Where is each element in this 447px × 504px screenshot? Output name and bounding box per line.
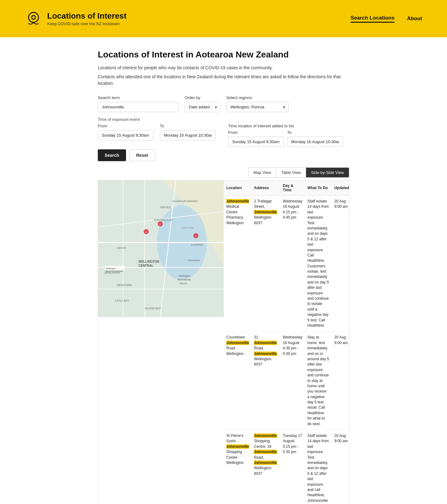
location-highlight-3: Johnsonville	[226, 444, 249, 449]
map-panel: KHANDALLAH KARORI WELLINGTON CENTRAL ZEA…	[98, 180, 224, 317]
table-row: St Pierre's Sushi Johnsonville Shopping …	[224, 430, 349, 504]
svg-text:PIPITEA: PIPITEA	[160, 206, 171, 209]
svg-text:Wellington: Wellington	[106, 267, 116, 270]
location-highlight-2: Johnsonville	[226, 341, 249, 345]
exposure-to-label: To	[160, 124, 216, 128]
cell-updated-3: 20 Aug 9:00 am	[332, 430, 349, 504]
svg-text:3: 3	[195, 235, 196, 238]
site-subtitle: Keep COVID-safe over the NZ lockdown	[47, 21, 127, 26]
address-highlight-1: Johnsonville	[254, 210, 277, 214]
search-term-group: Search term	[98, 95, 178, 112]
added-to-input[interactable]	[287, 137, 343, 147]
cell-address-2: 31 Johnsonville Road, Johnsonville, Well…	[251, 332, 280, 430]
added-dates-row: From To	[228, 130, 343, 147]
svg-text:Evans Bay: Evans Bay	[182, 226, 194, 229]
exposure-from-label: From	[98, 124, 154, 128]
site-title: Locations of Interest	[47, 11, 127, 21]
page-desc-1: Locations of interest for people who may…	[98, 65, 349, 71]
added-from-subgroup: From	[228, 130, 284, 147]
added-from-label: From	[228, 130, 284, 135]
exposure-from-input[interactable]	[98, 130, 154, 140]
order-by-select[interactable]: Date added	[185, 102, 220, 112]
nav-about[interactable]: About	[407, 16, 422, 22]
page-desc-2: Contacts who attended one of the locatio…	[98, 74, 349, 87]
select-regions-wrapper: Wellington, Porirua	[226, 102, 288, 112]
select-regions-select[interactable]: Wellington, Porirua	[226, 102, 288, 112]
col-location: Location	[224, 180, 251, 196]
svg-text:ISLAND BAY: ISLAND BAY	[145, 307, 161, 310]
search-form: Search term Order by Date added Select r…	[98, 95, 349, 161]
exposure-to-input[interactable]	[160, 130, 216, 140]
address-highlight-2b: Johnsonville	[254, 352, 277, 356]
cell-whattodo-2: Stay at home, test immediately and on or…	[305, 332, 332, 430]
brand: Locations of Interest Keep COVID-safe ov…	[25, 10, 127, 27]
search-term-input[interactable]	[98, 102, 178, 112]
svg-text:KILBIRNIE: KILBIRNIE	[191, 243, 203, 246]
cell-daytime-1: Wednesday 18 August 4:15 pm - 4:45 pm	[280, 196, 305, 332]
search-button[interactable]: Search	[98, 149, 126, 161]
address-highlight-3a: Johnsonville	[254, 434, 277, 438]
svg-text:KHANDALLAH: KHANDALLAH	[154, 218, 173, 221]
svg-text:WELLINGTON: WELLINGTON	[138, 260, 159, 263]
exposure-dates-row: From To Time location of interest added …	[98, 124, 349, 147]
main-content: Locations of Interest in Aotearoa New Ze…	[92, 37, 355, 504]
col-what-to-do: What To Do	[305, 180, 332, 196]
cell-location-2: Countdown Johnsonville Road Wellington	[224, 332, 251, 430]
address-highlight-2a: Johnsonville	[254, 341, 277, 345]
svg-text:Airport: Airport	[179, 282, 187, 285]
exposure-to-group: To	[160, 124, 216, 147]
svg-text:MIRAMAR: MIRAMAR	[188, 259, 200, 262]
table-row: Countdown Johnsonville Road Wellington 3…	[224, 332, 349, 430]
order-by-group: Order by Date added	[185, 95, 220, 112]
svg-text:CENTRAL: CENTRAL	[138, 264, 153, 267]
main-nav: Search Locations About	[350, 15, 422, 23]
address-highlight-3b: Johnsonville	[254, 450, 277, 454]
added-from-group: Time location of interest added to list …	[228, 124, 343, 147]
cell-location-3: St Pierre's Sushi Johnsonville Shopping …	[224, 430, 251, 504]
svg-text:Wellington: Wellington	[179, 275, 190, 277]
col-day-time: Day & Time	[280, 180, 305, 196]
cell-daytime-3: Tuesday 17 August 5:15 pm - 5:30 pm	[280, 430, 305, 504]
cell-address-1: 2 Trafalgar Street, Johnsonville, Wellin…	[251, 196, 280, 332]
logo-icon	[25, 10, 42, 27]
added-to-label: To	[287, 130, 343, 135]
table-panel: Location Address Day & Time What To Do U…	[224, 180, 349, 504]
exposure-label: Time of exposure event	[98, 117, 349, 122]
added-section-label: Time location of interest added to list	[228, 124, 343, 128]
side-by-side-btn[interactable]: Side-by-Side View	[306, 168, 349, 177]
table-view-btn[interactable]: Table View	[276, 168, 306, 177]
order-by-select-wrapper: Date added	[185, 102, 220, 112]
view-toggle: Map View Table View Side-by-Side View	[248, 167, 349, 178]
nav-search-locations[interactable]: Search Locations	[350, 15, 395, 23]
form-row-1: Search term Order by Date added Select r…	[98, 95, 349, 112]
cell-daytime-2: Wednesday 18 August 4:30 pm - 5:00 pm	[280, 332, 305, 430]
map-placeholder: KHANDALLAH KARORI WELLINGTON CENTRAL ZEA…	[98, 180, 224, 317]
cell-whattodo-1: Staff isolate 14 days from last exposure…	[305, 196, 332, 332]
col-updated: Updated	[332, 180, 349, 196]
site-header: Locations of Interest Keep COVID-safe ov…	[0, 0, 447, 37]
svg-text:1: 1	[145, 231, 147, 234]
reset-button[interactable]: Reset	[129, 149, 155, 161]
svg-point-1	[32, 16, 35, 19]
svg-text:KARORI: KARORI	[117, 247, 126, 249]
svg-text:KAIWHARAWHARA: KAIWHARAWHARA	[173, 200, 198, 203]
added-to-subgroup: To	[287, 130, 343, 147]
cell-updated-2: 20 Aug 9:00 am	[332, 332, 349, 430]
svg-text:International: International	[177, 278, 191, 281]
order-by-label: Order by	[185, 95, 220, 100]
map-view-btn[interactable]: Map View	[249, 168, 277, 177]
results-table: Location Address Day & Time What To Do U…	[224, 180, 349, 504]
cell-whattodo-3: Staff isolate 14 days from last exposure…	[305, 430, 332, 504]
svg-text:2: 2	[159, 223, 161, 226]
select-regions-group: Select regions Wellington, Porirua	[226, 95, 288, 112]
svg-text:Regional Hospital: Regional Hospital	[106, 270, 123, 273]
svg-text:NEWTOWN: NEWTOWN	[117, 284, 132, 287]
location-highlight-1: Johnsonville	[226, 199, 249, 203]
added-from-input[interactable]	[228, 137, 284, 147]
col-address: Address	[251, 180, 280, 196]
table-row: Johnsonville Medical Centre Pharmacy Wel…	[224, 196, 349, 332]
svg-point-0	[29, 12, 38, 22]
exposure-from-group: From	[98, 124, 154, 147]
cell-location-1: Johnsonville Medical Centre Pharmacy Wel…	[224, 196, 251, 332]
address-highlight-3c: Johnsonville	[254, 461, 277, 465]
